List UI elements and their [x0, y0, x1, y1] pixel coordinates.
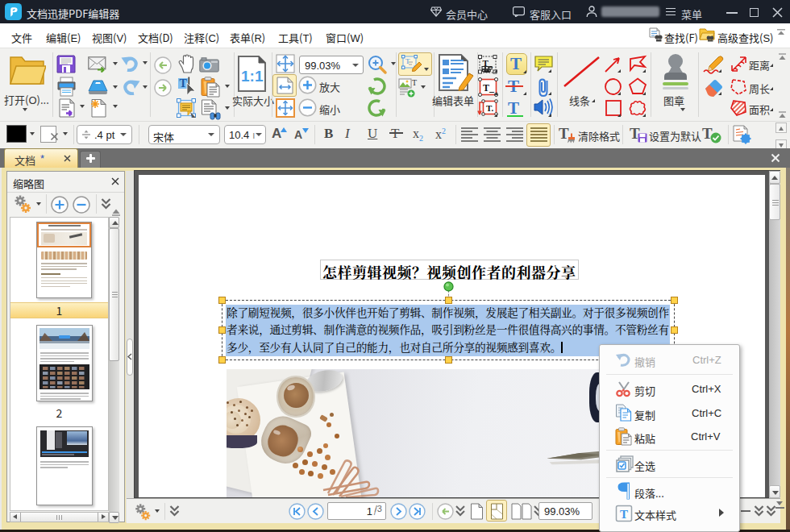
svg-text:T: T [620, 508, 628, 521]
svg-text:1:1: 1:1 [241, 68, 264, 85]
svg-text:T: T [405, 57, 410, 65]
svg-text:T: T [180, 77, 188, 89]
svg-text:T_: T_ [483, 58, 493, 68]
svg-text:T: T [412, 78, 417, 87]
svg-text:T.: T. [486, 103, 494, 113]
svg-text:T_: T_ [483, 82, 495, 94]
